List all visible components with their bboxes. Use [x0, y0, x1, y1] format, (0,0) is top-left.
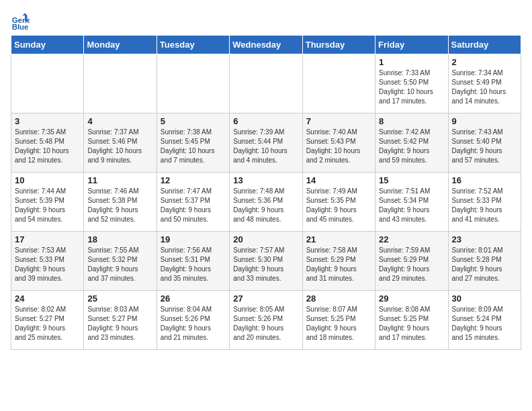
calendar-cell: 18Sunrise: 7:55 AM Sunset: 5:32 PM Dayli…	[84, 232, 157, 291]
calendar-cell	[11, 54, 84, 113]
calendar-cell: 7Sunrise: 7:40 AM Sunset: 5:43 PM Daylig…	[302, 113, 375, 173]
day-info: Sunrise: 8:05 AM Sunset: 5:26 PM Dayligh…	[233, 305, 298, 342]
calendar-cell: 1Sunrise: 7:33 AM Sunset: 5:50 PM Daylig…	[375, 54, 448, 113]
day-number: 23	[452, 234, 517, 244]
calendar-cell: 9Sunrise: 7:43 AM Sunset: 5:40 PM Daylig…	[448, 113, 521, 173]
calendar-cell	[84, 54, 157, 113]
day-number: 11	[87, 175, 152, 185]
calendar-week-row: 17Sunrise: 7:53 AM Sunset: 5:33 PM Dayli…	[11, 232, 521, 291]
day-number: 25	[87, 293, 152, 304]
calendar-cell: 2Sunrise: 7:34 AM Sunset: 5:49 PM Daylig…	[448, 54, 521, 113]
calendar-cell: 11Sunrise: 7:46 AM Sunset: 5:38 PM Dayli…	[84, 173, 157, 232]
calendar-cell: 29Sunrise: 8:08 AM Sunset: 5:25 PM Dayli…	[375, 291, 448, 350]
day-info: Sunrise: 7:34 AM Sunset: 5:49 PM Dayligh…	[452, 68, 517, 106]
day-info: Sunrise: 8:01 AM Sunset: 5:28 PM Dayligh…	[452, 246, 517, 283]
day-number: 22	[379, 234, 444, 244]
day-info: Sunrise: 7:39 AM Sunset: 5:44 PM Dayligh…	[233, 128, 298, 165]
day-number: 6	[233, 116, 298, 126]
day-info: Sunrise: 7:42 AM Sunset: 5:42 PM Dayligh…	[379, 128, 444, 165]
calendar-cell: 14Sunrise: 7:49 AM Sunset: 5:35 PM Dayli…	[302, 173, 375, 232]
day-number: 16	[452, 175, 517, 185]
calendar-cell	[302, 54, 375, 113]
day-number: 21	[306, 234, 371, 244]
day-number: 26	[161, 293, 226, 304]
calendar-cell	[230, 54, 302, 113]
day-number: 1	[379, 57, 444, 67]
day-number: 12	[161, 175, 226, 185]
day-info: Sunrise: 7:58 AM Sunset: 5:29 PM Dayligh…	[306, 246, 371, 283]
calendar-cell: 16Sunrise: 7:52 AM Sunset: 5:33 PM Dayli…	[448, 173, 521, 232]
calendar-week-row: 3Sunrise: 7:35 AM Sunset: 5:48 PM Daylig…	[11, 113, 521, 173]
calendar-cell: 25Sunrise: 8:03 AM Sunset: 5:27 PM Dayli…	[84, 291, 157, 350]
calendar-cell: 6Sunrise: 7:39 AM Sunset: 5:44 PM Daylig…	[230, 113, 302, 173]
day-info: Sunrise: 7:44 AM Sunset: 5:39 PM Dayligh…	[15, 187, 80, 224]
calendar-week-row: 1Sunrise: 7:33 AM Sunset: 5:50 PM Daylig…	[11, 54, 521, 113]
day-number: 4	[87, 116, 152, 126]
calendar-cell: 4Sunrise: 7:37 AM Sunset: 5:46 PM Daylig…	[84, 113, 157, 173]
day-info: Sunrise: 7:48 AM Sunset: 5:36 PM Dayligh…	[233, 187, 298, 224]
day-number: 17	[15, 234, 80, 244]
day-info: Sunrise: 7:53 AM Sunset: 5:33 PM Dayligh…	[15, 246, 80, 283]
calendar-cell: 8Sunrise: 7:42 AM Sunset: 5:42 PM Daylig…	[375, 113, 448, 173]
calendar-cell: 27Sunrise: 8:05 AM Sunset: 5:26 PM Dayli…	[230, 291, 302, 350]
calendar-week-row: 10Sunrise: 7:44 AM Sunset: 5:39 PM Dayli…	[11, 173, 521, 232]
day-info: Sunrise: 7:33 AM Sunset: 5:50 PM Dayligh…	[379, 68, 444, 106]
day-info: Sunrise: 7:59 AM Sunset: 5:29 PM Dayligh…	[379, 246, 444, 283]
day-info: Sunrise: 8:02 AM Sunset: 5:27 PM Dayligh…	[15, 305, 80, 342]
day-info: Sunrise: 7:49 AM Sunset: 5:35 PM Dayligh…	[306, 187, 371, 224]
logo-icon: General Blue	[11, 11, 30, 30]
col-header-saturday: Saturday	[448, 36, 521, 54]
day-info: Sunrise: 7:56 AM Sunset: 5:31 PM Dayligh…	[161, 246, 226, 283]
day-number: 14	[306, 175, 371, 185]
day-info: Sunrise: 7:57 AM Sunset: 5:30 PM Dayligh…	[233, 246, 298, 283]
calendar-cell: 3Sunrise: 7:35 AM Sunset: 5:48 PM Daylig…	[11, 113, 84, 173]
day-number: 2	[452, 57, 517, 67]
day-info: Sunrise: 7:51 AM Sunset: 5:34 PM Dayligh…	[379, 187, 444, 224]
calendar-cell: 15Sunrise: 7:51 AM Sunset: 5:34 PM Dayli…	[375, 173, 448, 232]
col-header-sunday: Sunday	[11, 36, 84, 54]
calendar-table: SundayMondayTuesdayWednesdayThursdayFrid…	[11, 35, 521, 350]
calendar-cell: 21Sunrise: 7:58 AM Sunset: 5:29 PM Dayli…	[302, 232, 375, 291]
day-number: 20	[233, 234, 298, 244]
calendar-cell: 17Sunrise: 7:53 AM Sunset: 5:33 PM Dayli…	[11, 232, 84, 291]
day-info: Sunrise: 7:52 AM Sunset: 5:33 PM Dayligh…	[452, 187, 517, 224]
day-info: Sunrise: 7:35 AM Sunset: 5:48 PM Dayligh…	[15, 128, 80, 165]
day-info: Sunrise: 8:07 AM Sunset: 5:25 PM Dayligh…	[306, 305, 371, 342]
day-info: Sunrise: 7:55 AM Sunset: 5:32 PM Dayligh…	[87, 246, 152, 283]
day-number: 18	[87, 234, 152, 244]
day-number: 8	[379, 116, 444, 126]
calendar-cell: 28Sunrise: 8:07 AM Sunset: 5:25 PM Dayli…	[302, 291, 375, 350]
day-info: Sunrise: 8:09 AM Sunset: 5:24 PM Dayligh…	[452, 305, 517, 342]
day-number: 5	[161, 116, 226, 126]
calendar-cell: 24Sunrise: 8:02 AM Sunset: 5:27 PM Dayli…	[11, 291, 84, 350]
calendar-cell: 26Sunrise: 8:04 AM Sunset: 5:26 PM Dayli…	[157, 291, 229, 350]
day-info: Sunrise: 8:08 AM Sunset: 5:25 PM Dayligh…	[379, 305, 444, 342]
day-number: 10	[15, 175, 80, 185]
calendar-cell: 30Sunrise: 8:09 AM Sunset: 5:24 PM Dayli…	[448, 291, 521, 350]
calendar-cell: 20Sunrise: 7:57 AM Sunset: 5:30 PM Dayli…	[230, 232, 302, 291]
day-number: 15	[379, 175, 444, 185]
day-info: Sunrise: 8:03 AM Sunset: 5:27 PM Dayligh…	[87, 305, 152, 342]
day-number: 13	[233, 175, 298, 185]
svg-text:Blue: Blue	[12, 23, 29, 30]
logo: General Blue	[11, 11, 32, 30]
calendar-cell: 23Sunrise: 8:01 AM Sunset: 5:28 PM Dayli…	[448, 232, 521, 291]
day-number: 27	[233, 293, 298, 304]
calendar-cell: 12Sunrise: 7:47 AM Sunset: 5:37 PM Dayli…	[157, 173, 229, 232]
col-header-tuesday: Tuesday	[157, 36, 229, 54]
day-info: Sunrise: 7:38 AM Sunset: 5:45 PM Dayligh…	[161, 128, 226, 165]
day-info: Sunrise: 7:47 AM Sunset: 5:37 PM Dayligh…	[161, 187, 226, 224]
calendar-cell: 13Sunrise: 7:48 AM Sunset: 5:36 PM Dayli…	[230, 173, 302, 232]
day-info: Sunrise: 7:43 AM Sunset: 5:40 PM Dayligh…	[452, 128, 517, 165]
col-header-wednesday: Wednesday	[230, 36, 302, 54]
calendar-cell	[157, 54, 229, 113]
col-header-monday: Monday	[84, 36, 157, 54]
calendar-cell: 22Sunrise: 7:59 AM Sunset: 5:29 PM Dayli…	[375, 232, 448, 291]
day-info: Sunrise: 7:40 AM Sunset: 5:43 PM Dayligh…	[306, 128, 371, 165]
day-number: 3	[15, 116, 80, 126]
day-number: 30	[452, 293, 517, 304]
col-header-friday: Friday	[375, 36, 448, 54]
day-number: 28	[306, 293, 371, 304]
day-info: Sunrise: 7:37 AM Sunset: 5:46 PM Dayligh…	[87, 128, 152, 165]
day-number: 29	[379, 293, 444, 304]
